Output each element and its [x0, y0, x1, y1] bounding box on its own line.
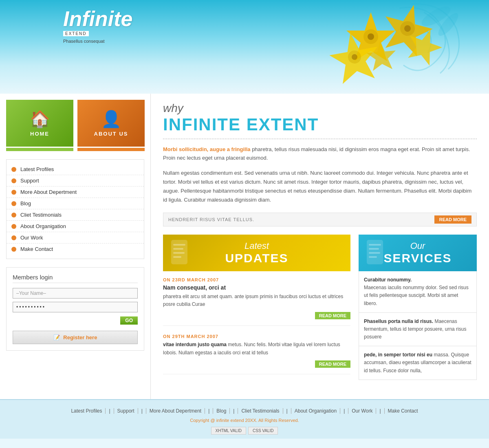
members-login-title: Members login — [13, 274, 138, 283]
footer-badges: XHTML VALID CSS VALID — [0, 427, 489, 435]
updates-icon — [169, 238, 189, 268]
footer-nav-more-about[interactable]: More About Depertment — [146, 408, 205, 414]
footer-nav-separator: | — [205, 408, 213, 414]
sidebar-item-make-contact[interactable]: Make Contact — [7, 244, 144, 255]
logo-extend-badge: EXTEND — [63, 31, 89, 36]
update-title-1: Nam consequat, orci at — [163, 284, 350, 291]
logo-text: Infinite — [63, 7, 132, 31]
services-our-label: Our — [383, 241, 452, 251]
username-input[interactable] — [13, 288, 138, 299]
intro-text: Morbi sollicitudin, augue a fringilla ph… — [163, 145, 477, 163]
services-services-label: SERVICES — [383, 251, 452, 265]
sidebar-item-testimonials[interactable]: Cliet Testimonials — [7, 209, 144, 221]
bullet-icon — [11, 247, 16, 252]
bullet-icon — [11, 201, 16, 206]
footer-nav-separator: | — [376, 408, 384, 414]
logo-title: Infinite — [63, 8, 132, 29]
service-item-1: Curabitur nonummy. Maecenas iaculis nonu… — [359, 271, 476, 313]
updates-latest-label: Latest — [225, 241, 288, 251]
sidebar-item-label: Our Work — [20, 235, 43, 241]
banner-text: HENDRERIT RISUS VITAE TELLUS. — [168, 217, 254, 222]
bullet-icon — [11, 167, 16, 172]
bullet-icon — [11, 224, 16, 229]
svg-rect-21 — [369, 252, 380, 254]
footer-nav-latest-profiles[interactable]: Latest Profiles — [68, 408, 106, 414]
sidebar-item-label: Support — [20, 178, 39, 184]
service-title-2: Phasellus porta nulla id risus. — [364, 318, 433, 324]
css-badge: CSS VALID — [248, 427, 278, 435]
service-item-3: pede, in semper tortor nisi eu massa. Qu… — [359, 346, 476, 380]
service-item-2: Phasellus porta nulla id risus. Maecenas… — [359, 313, 476, 347]
sidebar-item-more-about[interactable]: More About Depertment — [7, 187, 144, 198]
footer-nav-separator: | — [340, 408, 348, 414]
footer-nav-about-org[interactable]: About Organigation — [291, 408, 340, 414]
logo-tagline: Phasellus consequat — [63, 39, 132, 44]
svg-rect-19 — [369, 244, 381, 246]
updates-updates-label: UPDATES — [225, 251, 288, 265]
sidebar-item-label: Make Contact — [20, 246, 53, 252]
two-columns-section: Latest UPDATES ON 23RD MARCH 2007 Nam co… — [163, 235, 477, 382]
read-more-link-2: READ MORE — [163, 360, 350, 368]
body-text: Nullam egestas condimentum est. Sed vene… — [163, 169, 477, 204]
register-icon: 📝 — [53, 334, 60, 340]
service-title-1: Curabitur nonummy. — [364, 277, 412, 283]
password-input[interactable] — [13, 302, 138, 312]
why-section: why INFINITE EXTENT Morbi sollicitudin, … — [163, 102, 477, 204]
nav-icons: 🏠 HOME 👤 ABOUT US — [0, 94, 150, 151]
main-content: why INFINITE EXTENT Morbi sollicitudin, … — [151, 94, 489, 399]
read-more-banner: HENDRERIT RISUS VITAE TELLUS. READ MORE — [163, 213, 477, 226]
sidebar: 🏠 HOME 👤 ABOUT US Latest Profiles — [0, 94, 151, 399]
footer-nav-separator: | — [106, 408, 114, 414]
update-date-2: ON 29TH MARCH 2007 — [163, 334, 350, 339]
home-button[interactable]: 🏠 HOME — [6, 100, 73, 147]
updates-title: Latest UPDATES — [225, 241, 288, 265]
footer-nav-testimonials[interactable]: Cliet Testimonials — [238, 408, 283, 414]
banner-read-more-button[interactable]: READ MORE — [434, 215, 471, 224]
about-label: ABOUT US — [94, 131, 128, 137]
xhtml-badge: XHTML VALID — [211, 427, 246, 435]
intro-highlight: Morbi sollicitudin, augue a fringilla — [163, 146, 251, 152]
about-indicator — [77, 148, 145, 151]
bullet-icon — [11, 235, 16, 240]
svg-rect-15 — [173, 248, 183, 250]
footer-nav-separator: | — [283, 408, 291, 414]
footer-nav-support[interactable]: Support — [114, 408, 138, 414]
services-list: Curabitur nonummy. Maecenas iaculis nonu… — [359, 271, 477, 380]
sidebar-item-latest-profiles[interactable]: Latest Profiles — [7, 164, 144, 175]
services-title: Our SERVICES — [383, 241, 452, 265]
footer-nav-make-contact[interactable]: Make Contact — [385, 408, 421, 414]
footer-nav-separator: | — [230, 408, 238, 414]
svg-rect-22 — [369, 256, 377, 258]
home-indicator — [6, 148, 73, 151]
about-button[interactable]: 👤 ABOUT US — [77, 100, 145, 147]
read-more-button-1[interactable]: READ MORE — [315, 312, 350, 319]
go-button[interactable]: GO — [120, 316, 138, 325]
read-more-link-1: READ MORE — [163, 312, 350, 319]
footer-copyright: Copyright @ infinite extend 20XX. All Ri… — [0, 418, 489, 423]
services-icon — [365, 238, 385, 268]
update-item-1: ON 23RD MARCH 2007 Nam consequat, orci a… — [163, 277, 350, 326]
sidebar-menu: Latest Profiles Support More About Deper… — [6, 159, 144, 259]
footer-nav-separator: | — [138, 408, 146, 414]
footer-nav-our-work[interactable]: Our Work — [348, 408, 376, 414]
sidebar-item-about-org[interactable]: About Organigation — [7, 221, 144, 232]
footer-nav-blog[interactable]: Blog — [213, 408, 230, 414]
read-more-button-2[interactable]: READ MORE — [315, 360, 350, 368]
sidebar-item-support[interactable]: Support — [7, 175, 144, 187]
bullet-icon — [11, 213, 16, 217]
bullet-icon — [11, 178, 16, 183]
footer: Latest Profiles | Support | More About D… — [0, 399, 489, 439]
sidebar-item-blog[interactable]: Blog — [7, 198, 144, 209]
sidebar-item-label: More About Depertment — [20, 189, 77, 195]
footer-nav: Latest Profiles | Support | More About D… — [0, 408, 489, 414]
sidebar-item-label: Cliet Testimonials — [20, 212, 62, 218]
header-illustration — [257, 0, 469, 94]
svg-rect-20 — [369, 248, 379, 250]
main-wrapper: 🏠 HOME 👤 ABOUT US Latest Profiles — [0, 94, 489, 399]
header: Infinite EXTEND Phasellus consequat — [0, 0, 489, 94]
service-title-3: pede, in semper tortor nisi eu — [364, 352, 432, 358]
updates-column: Latest UPDATES ON 23RD MARCH 2007 Nam co… — [163, 235, 350, 382]
update-body-1: pharetra elit arcu sit amet quam. ante i… — [163, 293, 350, 308]
register-button[interactable]: 📝 Register here — [13, 331, 138, 344]
sidebar-item-our-work[interactable]: Our Work — [7, 232, 144, 244]
